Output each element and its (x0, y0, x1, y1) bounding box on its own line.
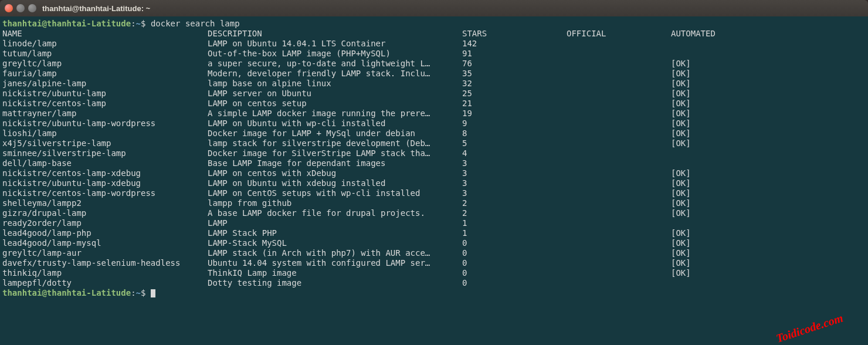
table-row: janes/alpine-lamplamp base on alpine lin… (2, 79, 866, 89)
header-automated: AUTOMATED (671, 29, 716, 39)
cell-automated: [OK] (671, 99, 691, 109)
cell-name: gizra/drupal-lamp (2, 208, 208, 218)
cell-name: lead4good/lamp-mysql (2, 238, 208, 248)
cell-automated: [OK] (671, 128, 691, 138)
cell-automated: [OK] (671, 59, 691, 69)
maximize-icon[interactable] (28, 4, 36, 12)
cell-name: fauria/lamp (2, 69, 208, 79)
cell-name: janes/alpine-lamp (2, 79, 208, 89)
cell-stars: 142 (462, 39, 567, 49)
prompt-line-2: thanhtai@thanhtai-Latitude:~$ (2, 288, 866, 298)
cell-stars: 8 (462, 128, 567, 138)
cell-automated: [OK] (671, 238, 691, 248)
table-row: thinkiq/lampThinkIQ Lamp image0[OK] (2, 268, 866, 278)
table-row: lead4good/lamp-phpLAMP Stack PHP1[OK] (2, 228, 866, 238)
table-row: lioshi/lampDocker image for LAMP + MySql… (2, 128, 866, 138)
cell-automated: [OK] (671, 178, 691, 188)
prompt-user-host-2: thanhtai@thanhtai-Latitude (2, 288, 131, 297)
header-official: OFFICIAL (567, 29, 671, 39)
cell-stars: 32 (462, 79, 567, 89)
header-name: NAME (2, 29, 208, 39)
table-row: greyltc/lamp-aurLAMP stack (in Arch with… (2, 248, 866, 258)
cell-automated: [OK] (671, 138, 691, 148)
cell-name: lampepfl/dotty (2, 278, 208, 288)
cell-description: LAMP-Stack MySQL (208, 238, 462, 248)
table-row: linode/lampLAMP on Ubuntu 14.04.1 LTS Co… (2, 39, 866, 49)
cell-stars: 0 (462, 238, 567, 248)
cell-description: Out-of-the-box LAMP image (PHP+MySQL) (208, 49, 462, 59)
cell-name: thinkiq/lamp (2, 268, 208, 278)
cell-stars: 25 (462, 89, 567, 99)
terminal-output[interactable]: thanhtai@thanhtai-Latitude:~$ docker sea… (0, 16, 868, 345)
cell-stars: 21 (462, 99, 567, 109)
cell-automated: [OK] (671, 168, 691, 178)
cell-name: mattrayner/lamp (2, 109, 208, 119)
cell-stars: 0 (462, 278, 567, 288)
cell-name: greyltc/lamp (2, 59, 208, 69)
cell-stars: 9 (462, 119, 567, 128)
cell-name: davefx/trusty-lamp-selenium-headless (2, 258, 208, 268)
cell-stars: 2 (462, 198, 567, 208)
terminal-window: thanhtai@thanhtai-Latitude: ~ thanhtai@t… (0, 0, 868, 345)
cell-description: A base LAMP docker file for drupal proje… (208, 208, 462, 218)
table-row: davefx/trusty-lamp-selenium-headlessUbun… (2, 258, 866, 268)
cell-name: nickistre/centos-lamp-wordpress (2, 188, 208, 198)
prompt-path-2: ~ (136, 288, 141, 297)
cell-name: tutum/lamp (2, 49, 208, 59)
table-row: x4j5/silverstripe-lamplamp stack for sil… (2, 138, 866, 148)
cursor-icon (151, 289, 155, 297)
cell-automated: [OK] (671, 208, 691, 218)
table-row: mattrayner/lampA simple LAMP docker imag… (2, 109, 866, 119)
titlebar[interactable]: thanhtai@thanhtai-Latitude: ~ (0, 0, 868, 16)
cell-name: nickistre/ubuntu-lamp-xdebug (2, 178, 208, 188)
cell-description: LAMP stack (in Arch with php7) with AUR … (208, 248, 462, 258)
close-icon[interactable] (5, 4, 13, 12)
cell-automated: [OK] (671, 119, 691, 128)
table-row: dell/lamp-baseBase LAMP Image for depend… (2, 158, 866, 168)
cell-description: LAMP on Ubuntu with wp-cli installed (208, 119, 462, 128)
cell-name: shelleyma/lampp2 (2, 198, 208, 208)
table-row: lampepfl/dottyDotty testing image0 (2, 278, 866, 288)
cell-name: ready2order/lamp (2, 218, 208, 228)
cell-name: nickistre/ubuntu-lamp (2, 89, 208, 99)
minimize-icon[interactable] (16, 4, 25, 12)
cell-stars: 5 (462, 138, 567, 148)
header-description: DESCRIPTION (208, 29, 462, 39)
table-row: fauria/lampModern, developer friendly LA… (2, 69, 866, 79)
prompt-path: ~ (136, 19, 141, 28)
table-row: nickistre/ubuntu-lamp-wordpressLAMP on U… (2, 119, 866, 128)
cell-automated: [OK] (671, 69, 691, 79)
cell-automated: [OK] (671, 198, 691, 208)
cell-automated: [OK] (671, 268, 691, 278)
cell-description: LAMP on centos setup (208, 99, 462, 109)
cell-name: sminnee/silverstripe-lamp (2, 148, 208, 158)
cell-description: a super secure, up-to-date and lightweig… (208, 59, 462, 69)
cell-stars: 2 (462, 208, 567, 218)
table-row: tutum/lampOut-of-the-box LAMP image (PHP… (2, 49, 866, 59)
cell-description: lampp from github (208, 198, 462, 208)
table-row: gizra/drupal-lampA base LAMP docker file… (2, 208, 866, 218)
table-row: greyltc/lampa super secure, up-to-date a… (2, 59, 866, 69)
cell-description: LAMP Stack PHP (208, 228, 462, 238)
cell-stars: 3 (462, 188, 567, 198)
header-stars: STARS (462, 29, 567, 39)
cell-description: Ubuntu 14.04 system with configured LAMP… (208, 258, 462, 268)
cell-name: nickistre/centos-lamp (2, 99, 208, 109)
cell-automated: [OK] (671, 79, 691, 89)
table-row: ready2order/lampLAMP1 (2, 218, 866, 228)
cell-stars: 19 (462, 109, 567, 119)
cell-description: LAMP on Ubuntu 14.04.1 LTS Container (208, 39, 462, 49)
cell-name: dell/lamp-base (2, 158, 208, 168)
window-title: thanhtai@thanhtai-Latitude: ~ (42, 4, 150, 13)
cell-description: ThinkIQ Lamp image (208, 268, 462, 278)
cell-stars: 4 (462, 148, 567, 158)
cell-name: greyltc/lamp-aur (2, 248, 208, 258)
cell-description: Modern, developer friendly LAMP stack. I… (208, 69, 462, 79)
cell-description: LAMP (208, 218, 462, 228)
table-row: nickistre/centos-lamp-wordpressLAMP on C… (2, 188, 866, 198)
table-row: nickistre/ubuntu-lampLAMP server on Ubun… (2, 89, 866, 99)
header-row: NAMEDESCRIPTIONSTARSOFFICIALAUTOMATED (2, 29, 866, 39)
table-row: sminnee/silverstripe-lampDocker image fo… (2, 148, 866, 158)
cell-name: lioshi/lamp (2, 128, 208, 138)
cell-name: linode/lamp (2, 39, 208, 49)
